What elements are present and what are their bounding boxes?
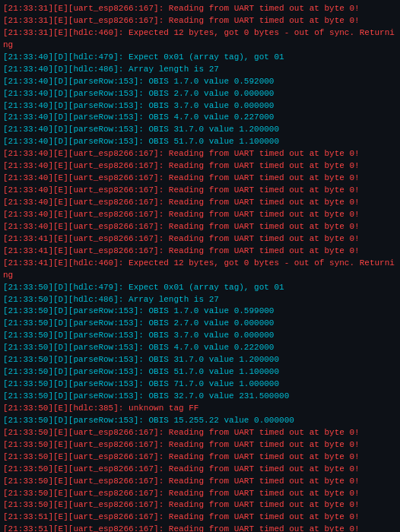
log-line: [21:33:40][D][parseRow:153]: OBIS 1.7.0 … — [2, 76, 398, 88]
log-line: [21:33:50][E][uart_esp8266:167]: Reading… — [2, 476, 398, 488]
log-line: [21:33:50][D][parseRow:153]: OBIS 3.7.0 … — [2, 330, 398, 342]
log-line: [21:33:50][D][parseRow:153]: OBIS 71.7.0… — [2, 378, 398, 391]
log-line: [21:33:40][D][parseRow:153]: OBIS 4.7.0 … — [2, 112, 398, 124]
log-line: [21:33:50][E][uart_esp8266:167]: Reading… — [2, 488, 398, 500]
log-line: [21:33:40][E][uart_esp8266:167]: Reading… — [2, 148, 398, 160]
log-line: [21:33:40][D][parseRow:153]: OBIS 2.7.0 … — [2, 88, 398, 100]
log-line: [21:33:40][E][uart_esp8266:167]: Reading… — [2, 197, 398, 209]
log-line: [21:33:40][D][parseRow:153]: OBIS 51.7.0… — [2, 136, 398, 148]
log-line: [21:33:50][D][parseRow:153]: OBIS 2.7.0 … — [2, 318, 398, 330]
log-line: [21:33:41][E][uart_esp8266:167]: Reading… — [2, 233, 398, 245]
log-line: [21:33:50][E][uart_esp8266:167]: Reading… — [2, 499, 398, 511]
log-line: [21:33:51][E][uart_esp8266:167]: Reading… — [2, 511, 398, 524]
log-line: [21:33:50][E][uart_esp8266:167]: Reading… — [2, 427, 398, 439]
log-line: [21:33:50][D][parseRow:153]: OBIS 15.255… — [2, 415, 398, 427]
log-line: [21:33:40][D][hdlc:486]: Array length is… — [2, 64, 398, 76]
log-line: [21:33:41][E][uart_esp8266:167]: Reading… — [2, 245, 398, 258]
log-line: [21:33:50][D][parseRow:153]: OBIS 32.7.0… — [2, 391, 398, 403]
log-line: [21:33:40][D][hdlc:479]: Expect 0x01 (ar… — [2, 52, 398, 64]
log-line: [21:33:50][D][hdlc:486]: Array length is… — [2, 294, 398, 306]
log-line: [21:33:40][E][uart_esp8266:167]: Reading… — [2, 209, 398, 221]
log-line: [21:33:50][E][uart_esp8266:167]: Reading… — [2, 439, 398, 451]
log-line: [21:33:50][D][parseRow:153]: OBIS 31.7.0… — [2, 354, 398, 366]
log-line: [21:33:50][D][parseRow:153]: OBIS 1.7.0 … — [2, 306, 398, 318]
log-line: [21:33:50][D][parseRow:153]: OBIS 4.7.0 … — [2, 342, 398, 354]
log-line: [21:33:40][E][uart_esp8266:167]: Reading… — [2, 173, 398, 185]
log-line: [21:33:50][D][hdlc:479]: Expect 0x01 (ar… — [2, 282, 398, 294]
log-line: [21:33:40][E][uart_esp8266:167]: Reading… — [2, 185, 398, 197]
terminal-output: [21:33:31][E][uart_esp8266:167]: Reading… — [0, 0, 400, 532]
log-line: [21:33:40][D][parseRow:153]: OBIS 31.7.0… — [2, 124, 398, 136]
log-line: [21:33:40][D][parseRow:153]: OBIS 3.7.0 … — [2, 100, 398, 112]
log-line: [21:33:50][E][uart_esp8266:167]: Reading… — [2, 464, 398, 476]
log-line: [21:33:41][E][hdlc:460]: Expected 12 byt… — [2, 258, 398, 282]
log-line: [21:33:31][E][uart_esp8266:167]: Reading… — [2, 15, 398, 27]
log-line: [21:33:51][E][uart_esp8266:167]: Reading… — [2, 524, 398, 532]
log-line: [21:33:40][E][uart_esp8266:167]: Reading… — [2, 221, 398, 233]
log-line: [21:33:50][E][uart_esp8266:167]: Reading… — [2, 451, 398, 464]
log-line: [21:33:31][E][uart_esp8266:167]: Reading… — [2, 3, 398, 15]
log-line: [21:33:50][D][parseRow:153]: OBIS 51.7.0… — [2, 366, 398, 378]
log-line: [21:33:40][E][uart_esp8266:167]: Reading… — [2, 160, 398, 173]
log-line: [21:33:31][E][hdlc:460]: Expected 12 byt… — [2, 27, 398, 52]
log-line: [21:33:50][E][hdlc:385]: unknown tag FF — [2, 403, 398, 415]
